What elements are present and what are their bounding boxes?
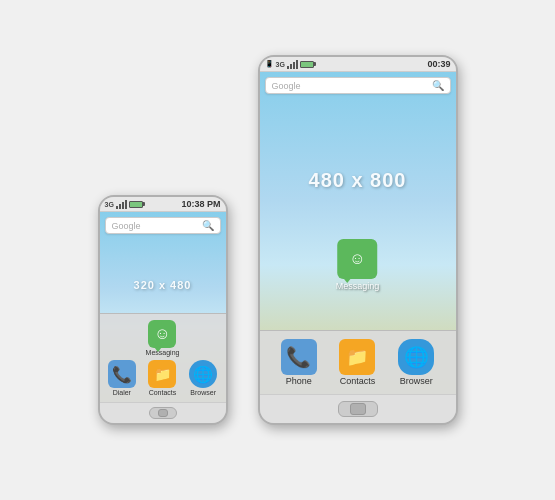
large-phone-time: 00:39 <box>427 59 450 69</box>
large-messaging-label: Messaging <box>336 281 380 291</box>
small-phone-status-left: 3G <box>105 199 143 209</box>
large-icons-row-bottom: 📞 Phone 📁 Contacts 🌐 Browser <box>262 335 454 390</box>
small-icons-area: Messaging 📞 Dialer 📁 Contacts 🌐 <box>100 313 226 402</box>
small-icons-row-bottom: 📞 Dialer 📁 Contacts 🌐 Browser <box>102 358 224 398</box>
main-scene: 3G 10:38 PM Google 🔍 320 x 480 <box>98 55 458 445</box>
small-dialer-icon[interactable]: 📞 Dialer <box>108 360 136 396</box>
small-messaging-label: Messaging <box>146 349 180 356</box>
large-browser-icon[interactable]: 🌐 Browser <box>398 339 434 386</box>
small-messaging-icon[interactable]: Messaging <box>146 320 180 356</box>
large-phone-img: 📞 <box>281 339 317 375</box>
large-phone-screen: Google 🔍 480 x 800 Messaging 📞 Phone <box>260 72 456 394</box>
large-phone-status-left: 📱 3G <box>265 59 314 69</box>
large-messaging-floating[interactable]: Messaging <box>336 239 380 291</box>
small-home-button[interactable] <box>149 407 177 419</box>
large-phone-status-bar: 📱 3G 00:39 <box>260 57 456 72</box>
large-phone: 📱 3G 00:39 Google 🔍 480 x 800 Messaging <box>258 55 458 425</box>
large-signal-bars <box>287 59 298 69</box>
small-browser-label: Browser <box>190 389 216 396</box>
large-phone-label: Phone <box>286 376 312 386</box>
large-browser-img: 🌐 <box>398 339 434 375</box>
small-phone-screen: Google 🔍 320 x 480 Messaging 📞 <box>100 212 226 402</box>
small-dialer-img: 📞 <box>108 360 136 388</box>
large-browser-label: Browser <box>400 376 433 386</box>
small-messaging-img <box>148 320 176 348</box>
large-google-logo: Google <box>272 81 432 91</box>
small-phone-resolution: 320 x 480 <box>134 279 192 291</box>
small-battery-icon <box>129 201 143 208</box>
large-contacts-label: Contacts <box>340 376 376 386</box>
small-browser-img: 🌐 <box>189 360 217 388</box>
small-signal-bars <box>116 199 127 209</box>
large-phone-icon[interactable]: 📞 Phone <box>281 339 317 386</box>
small-browser-icon[interactable]: 🌐 Browser <box>189 360 217 396</box>
small-contacts-icon[interactable]: 📁 Contacts <box>148 360 176 396</box>
small-search-icon: 🔍 <box>202 220 214 231</box>
large-phone-resolution: 480 x 800 <box>309 169 407 192</box>
large-phone-icon: 📱 <box>265 60 274 68</box>
large-search-icon: 🔍 <box>432 80 444 91</box>
large-contacts-img: 📁 <box>339 339 375 375</box>
small-home-button-inner <box>158 409 168 417</box>
large-search-bar[interactable]: Google 🔍 <box>265 77 451 94</box>
small-3g-icon: 3G <box>105 201 114 208</box>
large-home-button[interactable] <box>338 401 378 417</box>
small-search-bar[interactable]: Google 🔍 <box>105 217 221 234</box>
large-phone-bottom <box>260 394 456 423</box>
large-3g-icon: 3G <box>276 61 285 68</box>
large-battery-icon <box>300 61 314 68</box>
small-phone: 3G 10:38 PM Google 🔍 320 x 480 <box>98 195 228 425</box>
small-dialer-label: Dialer <box>113 389 131 396</box>
large-home-button-inner <box>350 403 366 415</box>
small-contacts-img: 📁 <box>148 360 176 388</box>
large-messaging-img <box>338 239 378 279</box>
small-phone-bottom <box>100 402 226 423</box>
large-contacts-icon[interactable]: 📁 Contacts <box>339 339 375 386</box>
large-icons-area: 📞 Phone 📁 Contacts 🌐 Browser <box>260 330 456 394</box>
small-phone-status-bar: 3G 10:38 PM <box>100 197 226 212</box>
small-phone-time: 10:38 PM <box>181 199 220 209</box>
small-google-logo: Google <box>112 221 202 231</box>
small-icons-row-messaging: Messaging <box>102 318 224 358</box>
small-contacts-label: Contacts <box>149 389 177 396</box>
